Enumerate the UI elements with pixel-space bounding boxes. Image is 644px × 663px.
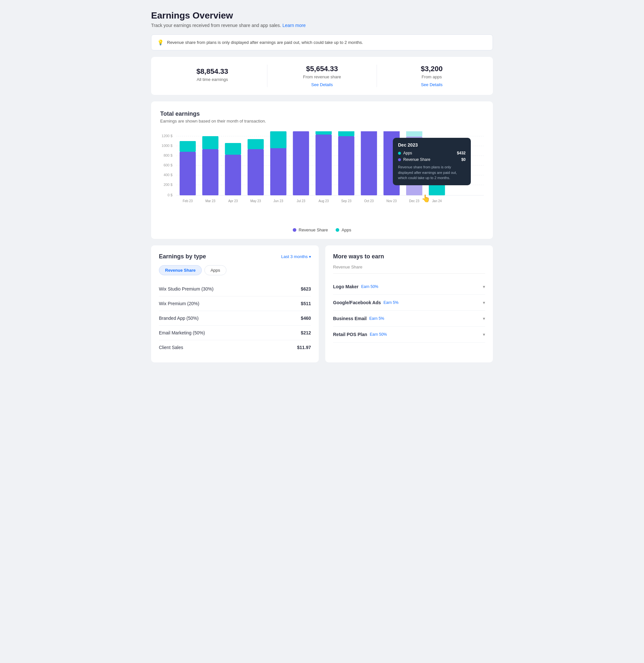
- svg-text:1000 $: 1000 $: [161, 144, 172, 147]
- legend-apps: Apps: [336, 228, 351, 232]
- summary-all-time: $8,854.33 All time earnings: [158, 67, 267, 85]
- svg-text:1200 $: 1200 $: [161, 134, 172, 138]
- bottom-row: Earnings by type Last 3 months ▾ Revenue…: [151, 245, 493, 362]
- svg-text:200 $: 200 $: [163, 183, 172, 186]
- item-name-2: Branded App (50%): [159, 316, 199, 321]
- svg-text:Jul 23: Jul 23: [297, 199, 305, 203]
- svg-rect-14: [180, 152, 196, 195]
- filter-label: Last 3 months: [281, 254, 308, 259]
- ways-item-name-3: Retail POS Plan: [333, 332, 367, 337]
- ways-item-1[interactable]: Google/Facebook Ads Earn 5% ▾: [333, 295, 485, 311]
- tab-apps[interactable]: Apps: [204, 265, 227, 275]
- svg-text:Jun 23: Jun 23: [274, 199, 283, 203]
- apps-details-link[interactable]: See Details: [421, 82, 442, 87]
- revenue-share-label: From revenue share: [274, 74, 370, 79]
- earnings-section-header: Earnings by type Last 3 months ▾: [159, 253, 311, 260]
- ways-item-name-1: Google/Facebook Ads: [333, 300, 381, 305]
- svg-rect-17: [202, 149, 218, 195]
- summary-card: $8,854.33 All time earnings $5,654.33 Fr…: [151, 57, 493, 95]
- svg-text:Nov 23: Nov 23: [386, 199, 397, 203]
- learn-more-link[interactable]: Learn more: [282, 23, 306, 28]
- svg-text:May 23: May 23: [251, 199, 261, 203]
- tab-revenue-share[interactable]: Revenue Share: [159, 265, 202, 275]
- all-time-label: All time earnings: [164, 77, 260, 82]
- more-ways-title: More ways to earn: [333, 253, 485, 260]
- svg-text:Sep 23: Sep 23: [341, 199, 351, 203]
- svg-text:Oct 23: Oct 23: [364, 199, 374, 203]
- svg-rect-27: [270, 131, 286, 148]
- chart-legend: Revenue Share Apps: [160, 228, 484, 232]
- item-amount-3: $212: [301, 330, 311, 336]
- list-item: Client Sales $11.97: [159, 340, 311, 355]
- banner-text: Revenue share from plans is only display…: [167, 40, 363, 45]
- item-name-0: Wix Studio Premium (30%): [159, 286, 213, 292]
- chevron-down-icon: ▾: [483, 300, 485, 305]
- svg-rect-20: [225, 155, 241, 195]
- item-name-3: Email Marketing (50%): [159, 330, 205, 336]
- svg-rect-33: [316, 131, 332, 135]
- page-title: Earnings Overview: [151, 10, 493, 21]
- legend-revenue-dot: [293, 228, 296, 232]
- ways-item-0[interactable]: Logo Maker Earn 50% ▾: [333, 279, 485, 295]
- legend-revenue-label: Revenue Share: [299, 228, 328, 232]
- ways-earn-badge-2: Earn 5%: [369, 316, 384, 321]
- all-time-amount: $8,854.33: [164, 67, 260, 76]
- ways-item-2[interactable]: Business Email Earn 5% ▾: [333, 311, 485, 327]
- chart-area: 1200 $ 1000 $ 800 $ 600 $ 400 $ 200 $ 0 …: [160, 131, 484, 222]
- summary-apps: $3,200 From apps See Details: [376, 65, 486, 87]
- earnings-list: Wix Studio Premium (30%) $623 Wix Premiu…: [159, 282, 311, 355]
- ways-item-left-1: Google/Facebook Ads Earn 5%: [333, 300, 398, 305]
- svg-rect-47: [429, 185, 445, 195]
- earnings-type-title: Earnings by type: [159, 253, 206, 260]
- svg-text:Mar 23: Mar 23: [205, 199, 215, 203]
- legend-apps-dot: [336, 228, 339, 232]
- summary-revenue-share: $5,654.33 From revenue share See Details: [267, 65, 377, 87]
- list-item: Wix Premium (20%) $511: [159, 296, 311, 311]
- ways-item-left-0: Logo Maker Earn 50%: [333, 284, 378, 289]
- ways-earn-badge-3: Earn 50%: [370, 332, 387, 337]
- apps-amount: $3,200: [384, 65, 480, 73]
- legend-apps-label: Apps: [342, 228, 351, 232]
- page-subtitle: Track your earnings received from revenu…: [151, 23, 493, 28]
- item-name-4: Client Sales: [159, 345, 183, 350]
- svg-rect-23: [248, 149, 264, 195]
- ways-item-3[interactable]: Retail POS Plan Earn 50% ▾: [333, 327, 485, 343]
- svg-rect-24: [248, 139, 264, 149]
- svg-rect-38: [361, 131, 377, 195]
- ways-item-left-3: Retail POS Plan Earn 50%: [333, 332, 387, 337]
- info-banner: 💡 Revenue share from plans is only displ…: [151, 35, 493, 50]
- ways-item-name-2: Business Email: [333, 316, 367, 321]
- filter-chevron-icon: ▾: [309, 254, 311, 259]
- svg-rect-29: [293, 131, 309, 195]
- svg-rect-44: [406, 137, 422, 195]
- revenue-share-details-link[interactable]: See Details: [311, 82, 333, 87]
- filter-button[interactable]: Last 3 months ▾: [281, 254, 311, 259]
- type-tabs: Revenue Share Apps: [159, 265, 311, 275]
- svg-text:Jan 24: Jan 24: [432, 199, 442, 203]
- item-amount-0: $623: [301, 286, 311, 292]
- svg-rect-45: [406, 131, 422, 137]
- svg-text:800 $: 800 $: [163, 153, 172, 157]
- svg-rect-32: [316, 135, 332, 195]
- svg-rect-21: [225, 143, 241, 155]
- more-ways-subtitle: Revenue Share: [333, 265, 485, 274]
- apps-label: From apps: [384, 74, 480, 79]
- more-ways-section: More ways to earn Revenue Share Logo Mak…: [325, 245, 493, 362]
- svg-rect-35: [338, 136, 354, 195]
- revenue-share-amount: $5,654.33: [274, 65, 370, 73]
- ways-item-left-2: Business Email Earn 5%: [333, 316, 384, 321]
- ways-earn-badge-1: Earn 5%: [384, 300, 398, 305]
- svg-rect-41: [384, 131, 400, 195]
- chart-title: Total earnings: [160, 111, 484, 117]
- legend-revenue-share: Revenue Share: [293, 228, 328, 232]
- chart-section: Total earnings Earnings are shown based …: [151, 101, 493, 239]
- ways-item-name-0: Logo Maker: [333, 284, 359, 289]
- chevron-down-icon: ▾: [483, 332, 485, 337]
- svg-text:600 $: 600 $: [163, 163, 172, 167]
- chart-svg: 1200 $ 1000 $ 800 $ 600 $ 400 $ 200 $ 0 …: [160, 131, 484, 222]
- svg-text:Apr 23: Apr 23: [228, 199, 238, 203]
- svg-text:0 $: 0 $: [168, 193, 172, 197]
- chart-subtitle: Earnings are shown based on their month …: [160, 119, 484, 123]
- list-item: Wix Studio Premium (30%) $623: [159, 282, 311, 296]
- item-amount-1: $511: [301, 301, 311, 306]
